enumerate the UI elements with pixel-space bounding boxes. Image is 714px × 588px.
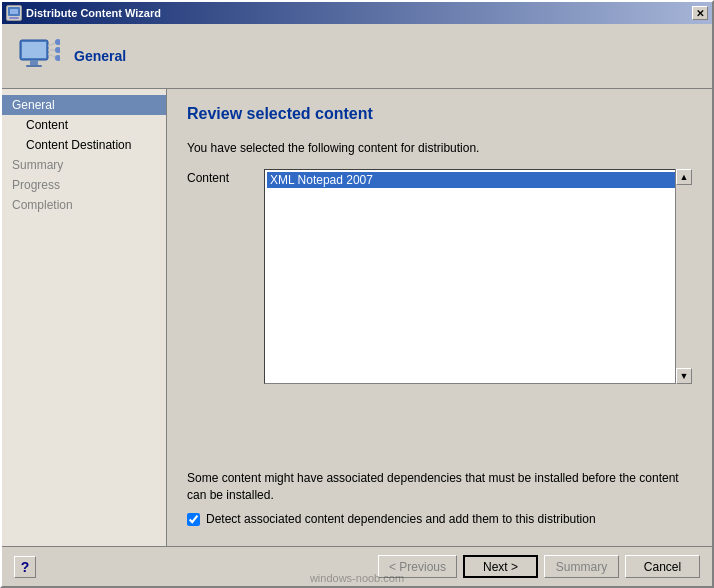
- cancel-button[interactable]: Cancel: [625, 555, 700, 578]
- title-bar-icon: [6, 5, 22, 21]
- scroll-track: [676, 185, 692, 368]
- bottom-left: ?: [14, 556, 36, 578]
- bottom-bar: ? < Previous Next > Summary Cancel: [2, 546, 712, 586]
- svg-rect-6: [26, 65, 42, 67]
- sidebar: General Content Content Destination Summ…: [2, 89, 167, 546]
- previous-button[interactable]: < Previous: [378, 555, 457, 578]
- sidebar-item-completion: Completion: [2, 195, 166, 215]
- close-button[interactable]: ✕: [692, 6, 708, 20]
- content-field-label: Content: [187, 169, 252, 185]
- footer-note: Some content might have associated depen…: [187, 470, 692, 504]
- summary-button[interactable]: Summary: [544, 555, 619, 578]
- header-title: General: [74, 48, 126, 64]
- svg-rect-5: [30, 60, 38, 65]
- content-listbox-wrapper: XML Notepad 2007 ▲ ▼: [264, 169, 692, 384]
- svg-point-11: [55, 47, 60, 53]
- scroll-up-button[interactable]: ▲: [676, 169, 692, 185]
- svg-point-10: [55, 39, 60, 45]
- header-area: General: [2, 24, 712, 89]
- checkbox-row: Detect associated content dependencies a…: [187, 512, 692, 526]
- checkbox-label: Detect associated content dependencies a…: [206, 512, 596, 526]
- wizard-window: Distribute Content Wizard ✕ General: [0, 0, 714, 588]
- description-text: You have selected the following content …: [187, 141, 692, 155]
- svg-rect-4: [22, 42, 46, 58]
- svg-rect-2: [9, 17, 19, 19]
- title-bar-left: Distribute Content Wizard: [6, 5, 161, 21]
- sidebar-item-summary: Summary: [2, 155, 166, 175]
- title-bar: Distribute Content Wizard ✕: [2, 2, 712, 24]
- sidebar-item-progress: Progress: [2, 175, 166, 195]
- sidebar-item-content[interactable]: Content: [2, 115, 166, 135]
- next-button[interactable]: Next >: [463, 555, 538, 578]
- main-content: Review selected content You have selecte…: [167, 89, 712, 546]
- svg-point-12: [55, 55, 60, 61]
- wizard-header-icon: [14, 32, 62, 80]
- title-text: Distribute Content Wizard: [26, 7, 161, 19]
- sidebar-item-general[interactable]: General: [2, 95, 166, 115]
- detect-dependencies-checkbox[interactable]: [187, 513, 200, 526]
- scrollbar-vertical[interactable]: ▲ ▼: [675, 169, 692, 384]
- content-listbox[interactable]: XML Notepad 2007: [264, 169, 692, 384]
- content-area: General Content Content Destination Summ…: [2, 89, 712, 546]
- content-row: Content XML Notepad 2007 ▲ ▼: [187, 169, 692, 458]
- list-item[interactable]: XML Notepad 2007: [267, 172, 689, 188]
- help-button[interactable]: ?: [14, 556, 36, 578]
- sidebar-item-content-destination[interactable]: Content Destination: [2, 135, 166, 155]
- scroll-down-button[interactable]: ▼: [676, 368, 692, 384]
- page-title: Review selected content: [187, 105, 692, 123]
- bottom-right: < Previous Next > Summary Cancel: [378, 555, 700, 578]
- svg-rect-1: [10, 9, 18, 14]
